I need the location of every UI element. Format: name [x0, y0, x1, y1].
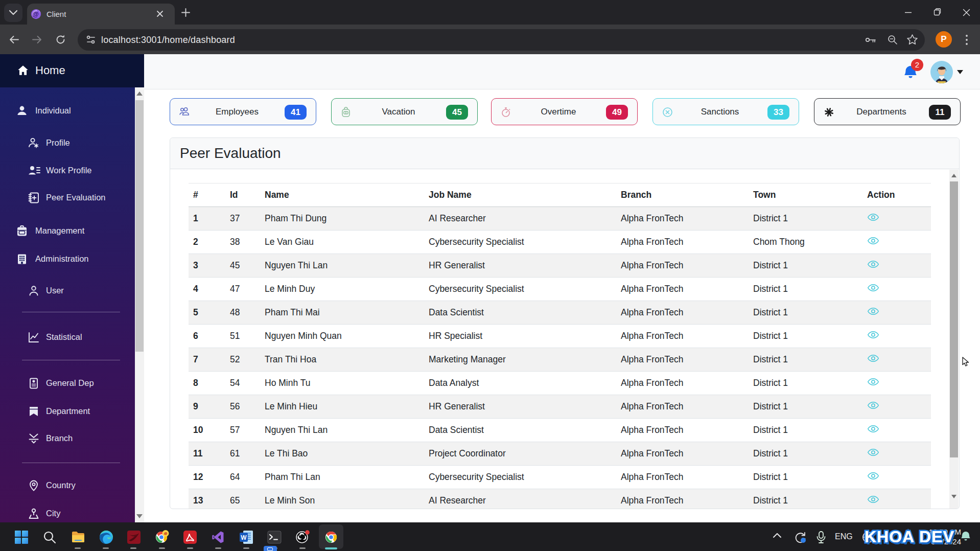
svg-text:@: @	[33, 11, 39, 18]
svg-text:W: W	[241, 534, 247, 541]
